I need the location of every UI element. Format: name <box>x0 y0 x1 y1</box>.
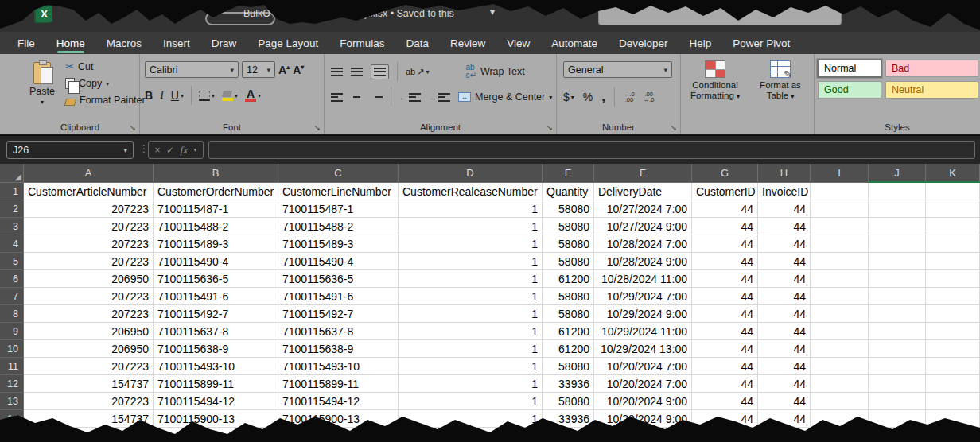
cell-J5[interactable] <box>869 253 926 270</box>
cell-E6[interactable]: 61200 <box>542 270 594 288</box>
cell-I14[interactable] <box>811 410 869 428</box>
column-header-E[interactable]: E <box>542 164 594 183</box>
cell-D13[interactable]: 1 <box>399 393 542 410</box>
cell-A12[interactable]: 154737 <box>24 375 154 393</box>
font-color-button[interactable]: A ▾ <box>245 90 261 102</box>
increase-indent-button[interactable]: → <box>429 93 450 102</box>
row-header-10[interactable]: 10 <box>0 340 24 358</box>
cell-C12[interactable]: 7100115899-11 <box>278 375 399 393</box>
style-chip-bad[interactable]: Bad <box>885 60 978 77</box>
clipboard-dialog-launcher-icon[interactable]: ↘ <box>130 124 136 132</box>
insert-function-button[interactable]: fx <box>181 144 188 157</box>
cell-G12[interactable]: 44 <box>692 375 758 393</box>
cell-H13[interactable]: 44 <box>758 393 811 410</box>
cell-B1[interactable]: CustomerOrderNumber <box>154 183 278 200</box>
row-header-5[interactable]: 5 <box>0 253 24 270</box>
cell-A6[interactable]: 206950 <box>24 270 154 288</box>
cell-E9[interactable]: 61200 <box>542 323 594 340</box>
cell-B11[interactable]: 7100115493-10 <box>154 358 278 375</box>
tab-file[interactable]: File <box>18 32 35 54</box>
cell-G2[interactable]: 44 <box>692 200 758 218</box>
cell-G1[interactable]: CustomerID <box>692 183 758 200</box>
cell-J6[interactable] <box>869 270 926 288</box>
cell-I8[interactable] <box>811 305 869 323</box>
column-header-H[interactable]: H <box>758 164 811 183</box>
cell-E10[interactable]: 61200 <box>542 340 594 358</box>
tab-data[interactable]: Data <box>406 32 429 54</box>
cell-J7[interactable] <box>869 288 926 305</box>
cell-I5[interactable] <box>811 253 869 270</box>
cell-J9[interactable] <box>869 323 926 340</box>
cell-K11[interactable] <box>926 358 980 375</box>
column-header-K[interactable]: K <box>926 164 980 183</box>
cell-F7[interactable]: 10/29/2024 7:00 <box>594 288 692 305</box>
cell-D10[interactable]: 1 <box>399 340 542 358</box>
tab-formulas[interactable]: Formulas <box>340 32 384 54</box>
cell-B3[interactable]: 7100115488-2 <box>154 218 278 235</box>
cell-F12[interactable]: 10/20/2024 7:00 <box>594 375 692 393</box>
cell-I2[interactable] <box>811 200 869 218</box>
cell-B6[interactable]: 7100115636-5 <box>154 270 278 288</box>
cell-C5[interactable]: 7100115490-4 <box>278 253 399 270</box>
cell-F3[interactable]: 10/27/2024 9:00 <box>594 218 692 235</box>
cell-B10[interactable]: 7100115638-9 <box>154 340 278 358</box>
cell-G5[interactable]: 44 <box>692 253 758 270</box>
percent-style-button[interactable]: % <box>583 91 593 103</box>
row-header-3[interactable]: 3 <box>0 218 24 235</box>
tab-review[interactable]: Review <box>450 32 485 54</box>
row-header-8[interactable]: 8 <box>0 305 24 323</box>
style-chip-good[interactable]: Good <box>818 81 881 99</box>
cell-F9[interactable]: 10/29/2024 11:00 <box>594 323 692 340</box>
cell-F4[interactable]: 10/28/2024 7:00 <box>594 235 692 253</box>
style-chip-normal[interactable]: Normal <box>818 60 881 77</box>
cell-D4[interactable]: 1 <box>399 235 542 253</box>
underline-button[interactable]: U▾ <box>171 89 184 102</box>
merge-center-button[interactable]: ↔ Merge & Center ▾ <box>458 91 552 103</box>
orientation-button[interactable]: ab↗ ▾ <box>406 67 429 77</box>
cell-A14[interactable]: 154737 <box>24 410 154 428</box>
cell-B7[interactable]: 7100115491-6 <box>154 288 278 305</box>
cell-C4[interactable]: 7100115489-3 <box>278 235 399 253</box>
cell-C3[interactable]: 7100115488-2 <box>278 218 399 235</box>
cell-G13[interactable]: 44 <box>692 393 758 410</box>
cell-J8[interactable] <box>869 305 926 323</box>
cell-I10[interactable] <box>811 340 869 358</box>
row-header-1[interactable]: 1 <box>0 183 24 200</box>
tab-macros[interactable]: Macros <box>107 32 142 54</box>
alignment-dialog-launcher-icon[interactable]: ↘ <box>546 124 553 132</box>
cancel-button[interactable]: × <box>155 145 161 156</box>
cell-A4[interactable]: 207223 <box>24 235 154 253</box>
column-header-G[interactable]: G <box>692 164 758 183</box>
column-header-I[interactable]: I <box>811 164 869 183</box>
borders-button[interactable]: ▾ <box>199 91 215 101</box>
align-bottom-button[interactable] <box>371 64 389 79</box>
cell-D14[interactable]: 1 <box>399 410 542 428</box>
tab-view[interactable]: View <box>507 32 530 54</box>
cell-K6[interactable] <box>926 270 980 288</box>
cell-J1[interactable] <box>869 183 926 200</box>
row-header-4[interactable]: 4 <box>0 235 24 253</box>
column-header-D[interactable]: D <box>399 164 542 183</box>
cell-C14[interactable]: 7100115900-13 <box>278 410 399 428</box>
cell-K3[interactable] <box>926 218 980 235</box>
cell-I13[interactable] <box>811 393 869 410</box>
cell-J11[interactable] <box>869 358 926 375</box>
cell-E2[interactable]: 58080 <box>542 200 594 218</box>
cell-C8[interactable]: 7100115492-7 <box>278 305 399 323</box>
cell-J14[interactable] <box>869 410 926 428</box>
paste-button[interactable]: Paste ▾ <box>24 62 60 106</box>
tab-page-layout[interactable]: Page Layout <box>258 32 318 54</box>
cell-E12[interactable]: 33936 <box>542 375 594 393</box>
cell-A13[interactable]: 207223 <box>24 393 154 410</box>
cell-G11[interactable]: 44 <box>692 358 758 375</box>
column-header-A[interactable]: A <box>24 164 154 183</box>
cell-B12[interactable]: 7100115899-11 <box>154 375 278 393</box>
select-all-button[interactable]: ◢ <box>0 164 24 183</box>
cell-E7[interactable]: 58080 <box>542 288 594 305</box>
row-header-9[interactable]: 9 <box>0 323 24 340</box>
comma-style-button[interactable]: , <box>601 89 605 105</box>
cell-A1[interactable]: CustomerArticleNumber <box>24 183 154 200</box>
style-chip-neutral[interactable]: Neutral <box>885 81 978 99</box>
cell-G6[interactable]: 44 <box>692 270 758 288</box>
cell-A11[interactable]: 207223 <box>24 358 154 375</box>
